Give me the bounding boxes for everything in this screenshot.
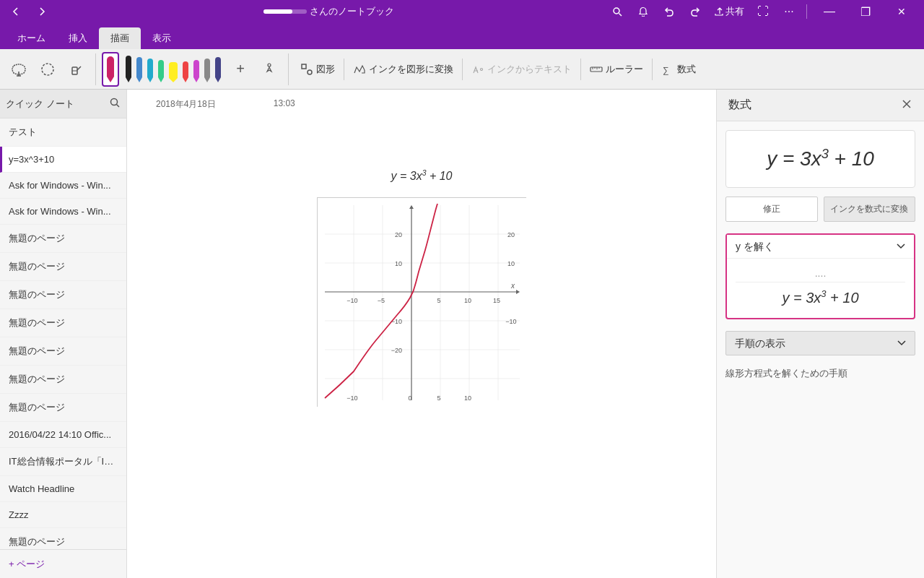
redo-icon[interactable] [684, 3, 707, 20]
close-button[interactable]: ✕ [885, 0, 918, 23]
ink-to-math-button[interactable]: インクを数式に変換 [824, 197, 916, 222]
page-time: 13:03 [274, 98, 295, 111]
divider5 [652, 59, 653, 80]
sidebar-item-blank3[interactable]: 無題のページ [0, 281, 126, 309]
solve-dropdown[interactable]: y を解く x を解く [727, 235, 914, 259]
svg-text:−10: −10 [346, 297, 357, 304]
svg-point-7 [268, 64, 271, 66]
sidebar-item-ask1[interactable]: Ask for Windows - Win... [0, 173, 126, 199]
formula-math-text: y = 3x3 + 10 [767, 147, 874, 171]
correct-button[interactable]: 修正 [725, 197, 818, 222]
steps-dropdown[interactable]: 手順の表示 [725, 331, 915, 355]
sidebar-item-blank7[interactable]: 無題のページ [0, 394, 126, 422]
progress-fill [263, 9, 292, 14]
svg-point-17 [111, 99, 118, 105]
sidebar-item-blank6[interactable]: 無題のページ [0, 366, 126, 394]
pen-teal[interactable] [145, 57, 155, 84]
page-content: y = 3x3 + 10 [127, 126, 716, 578]
pen-black[interactable] [123, 54, 134, 84]
forward-button[interactable] [32, 1, 52, 22]
sidebar-item-blank5[interactable]: 無題のページ [0, 337, 126, 366]
svg-text:20: 20 [507, 231, 515, 238]
pen-dark-blue[interactable] [213, 56, 223, 84]
pen-red[interactable] [180, 60, 191, 84]
svg-text:5: 5 [437, 394, 440, 402]
svg-line-18 [117, 105, 120, 108]
progress-bar [263, 9, 307, 14]
tab-insert[interactable]: 挿入 [57, 27, 99, 49]
math-button[interactable]: ∑ 数式 [655, 60, 702, 79]
selected-pen[interactable] [105, 55, 116, 84]
solve-formula: y = 3x3 + 10 [736, 282, 905, 312]
svg-text:10: 10 [395, 260, 402, 267]
pen-yellow[interactable] [167, 61, 180, 84]
svg-text:10: 10 [464, 394, 471, 402]
eraser-button[interactable] [64, 53, 90, 85]
math-panel-body: y = 3x3 + 10 修正 インクを数式に変換 y を解く x を解く ..… [717, 121, 924, 578]
share-button[interactable]: 共有 [710, 5, 749, 18]
expand-icon[interactable]: ⛶ [751, 3, 775, 20]
sidebar-item-active[interactable]: y=3x^3+10 [0, 147, 126, 173]
solve-result-area: .... y = 3x3 + 10 [727, 259, 914, 318]
sidebar-item-blank1[interactable]: 無題のページ [0, 225, 126, 253]
page-meta: 2018年4月18日 13:03 [156, 98, 295, 111]
divider3 [462, 59, 463, 80]
pen-blue[interactable] [134, 56, 144, 84]
svg-text:20: 20 [395, 231, 402, 238]
sidebar-item-watch[interactable]: Watch Headline [0, 476, 126, 502]
pen-green[interactable] [156, 59, 166, 84]
right-panel: 数式 y = 3x3 + 10 修正 インクを数式に変換 y を解く x [716, 90, 924, 578]
tab-home[interactable]: ホーム [6, 27, 57, 49]
svg-text:x: x [510, 282, 515, 290]
ink-to-shape-button[interactable]: インクを図形に変換 [347, 60, 459, 79]
svg-text:−10: −10 [391, 318, 402, 325]
math-panel-header: 数式 [717, 90, 924, 121]
sidebar-item-it[interactable]: IT総合情報ポータル「ITm... [0, 448, 126, 476]
svg-point-4 [42, 64, 53, 75]
bell-icon[interactable] [632, 3, 655, 20]
close-panel-button[interactable] [901, 98, 912, 112]
solve-section: y を解く x を解く .... y = 3x3 + 10 [725, 233, 915, 319]
svg-text:15: 15 [493, 297, 500, 304]
search-icon-title[interactable] [606, 3, 629, 20]
sidebar-search-icon[interactable] [109, 97, 121, 111]
title-bar-center: さんのノートブック [263, 5, 394, 18]
svg-text:−10: −10 [346, 394, 357, 402]
add-pen-button[interactable]: + [227, 53, 253, 85]
lasso-select-button[interactable] [6, 53, 32, 85]
more-options-icon[interactable]: ··· [777, 3, 801, 20]
pen-purple[interactable] [191, 59, 201, 84]
sidebar-item-2016[interactable]: 2016/04/22 14:10 Offic... [0, 422, 126, 448]
shape-button[interactable]: 図形 [295, 60, 341, 79]
restore-button[interactable]: ❐ [849, 0, 882, 23]
selected-pen-indicator [102, 52, 119, 87]
touch-draw-button[interactable] [256, 53, 282, 85]
page-date: 2018年4月18日 [156, 98, 216, 111]
sidebar-item-blank2[interactable]: 無題のページ [0, 253, 126, 281]
math-panel-title: 数式 [728, 98, 751, 113]
undo-icon[interactable] [658, 3, 681, 20]
ruler-button[interactable]: ルーラー [584, 60, 649, 79]
content-area[interactable]: 2018年4月18日 13:03 y = 3x3 + 10 [127, 90, 716, 578]
ink-to-text-button[interactable]: インクからテキスト [466, 60, 578, 79]
tab-draw[interactable]: 描画 [99, 27, 141, 49]
svg-text:0: 0 [408, 394, 411, 402]
graph-svg: −10 −5 5 10 15 x 20 10 −10 −20 20 10 −10 [318, 198, 527, 407]
tab-view[interactable]: 表示 [141, 27, 183, 49]
sidebar-item-blank8[interactable]: 無題のページ [0, 528, 126, 549]
svg-text:−20: −20 [391, 347, 402, 354]
sidebar-item-zzzz[interactable]: Zzzz [0, 502, 126, 528]
sidebar-item-test[interactable]: テスト [0, 118, 126, 147]
sidebar-item-blank4[interactable]: 無題のページ [0, 309, 126, 337]
pen-gray[interactable] [202, 57, 212, 84]
select-button[interactable] [35, 53, 61, 85]
svg-text:−5: −5 [378, 297, 385, 304]
minimize-button[interactable]: — [813, 0, 846, 23]
sidebar-item-ask2[interactable]: Ask for Windows - Win... [0, 199, 126, 225]
svg-text:5: 5 [437, 297, 440, 304]
add-page-button[interactable]: + ページ [0, 549, 126, 578]
sidebar-header: クイック ノート [0, 90, 126, 118]
sidebar-pages: テスト y=3x^3+10 Ask for Windows - Win... A… [0, 118, 126, 549]
sidebar-title: クイック ノート [6, 98, 74, 111]
back-button[interactable] [6, 1, 26, 22]
